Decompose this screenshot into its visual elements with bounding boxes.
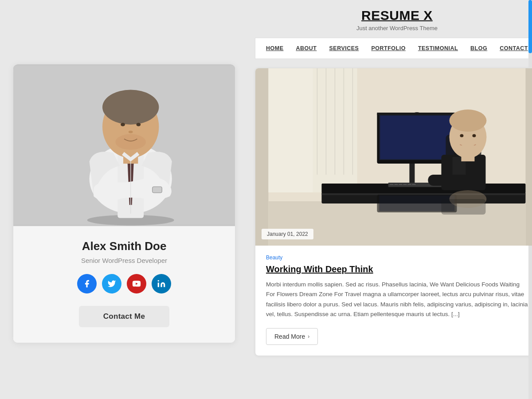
svg-rect-6 bbox=[153, 187, 162, 193]
blog-post-content: Beauty Working With Deep Think Morbi int… bbox=[255, 246, 532, 356]
blog-image-svg: Dell bbox=[255, 68, 532, 246]
youtube-icon[interactable] bbox=[127, 274, 146, 293]
svg-rect-38 bbox=[377, 113, 457, 115]
nav-about[interactable]: ABOUT bbox=[290, 38, 323, 59]
svg-rect-51 bbox=[441, 177, 477, 186]
nav-services[interactable]: SERVICES bbox=[323, 38, 365, 59]
blog-post-title[interactable]: Working With Deep Think bbox=[266, 264, 528, 274]
svg-point-10 bbox=[136, 123, 141, 126]
svg-rect-17 bbox=[158, 283, 159, 287]
social-icons-group bbox=[22, 274, 226, 293]
svg-point-18 bbox=[158, 280, 159, 282]
blog-category[interactable]: Beauty bbox=[266, 254, 528, 261]
nav-contact[interactable]: CONTACT bbox=[493, 38, 532, 59]
profile-image-area bbox=[13, 64, 235, 226]
svg-rect-45 bbox=[407, 184, 411, 185]
contact-me-button[interactable]: Contact Me bbox=[79, 306, 170, 327]
svg-rect-41 bbox=[390, 184, 393, 185]
svg-rect-43 bbox=[399, 184, 402, 185]
right-panel: RESUME X Just another WordPress Theme HO… bbox=[248, 0, 532, 399]
svg-rect-42 bbox=[394, 184, 398, 185]
nav-blog[interactable]: BLOG bbox=[464, 38, 493, 59]
svg-point-55 bbox=[472, 134, 476, 137]
nav-testimonial[interactable]: TESTIMONIAL bbox=[412, 38, 464, 59]
site-header: RESUME X Just another WordPress Theme bbox=[255, 0, 532, 38]
blog-post-image: Dell bbox=[255, 68, 532, 246]
svg-point-8 bbox=[102, 90, 159, 125]
blog-date-badge: January 01, 2022 bbox=[262, 229, 313, 239]
svg-point-54 bbox=[460, 134, 463, 137]
nav-portfolio[interactable]: PORTFOLIO bbox=[365, 38, 411, 59]
svg-rect-44 bbox=[403, 184, 407, 185]
scroll-thumb[interactable] bbox=[528, 0, 532, 53]
svg-point-53 bbox=[449, 110, 486, 132]
profile-name: Alex Smith Doe bbox=[22, 239, 226, 253]
nav-home[interactable]: HOME bbox=[260, 38, 290, 59]
twitter-icon[interactable] bbox=[102, 274, 121, 293]
profile-card: Alex Smith Doe Senior WordPress Develope… bbox=[13, 64, 235, 343]
svg-rect-35 bbox=[380, 116, 454, 159]
read-more-button[interactable]: Read More › bbox=[266, 328, 318, 345]
site-navigation: HOME ABOUT SERVICES PORTFOLIO TESTIMONIA… bbox=[255, 38, 532, 59]
site-title: RESUME X bbox=[259, 8, 532, 23]
profile-image-svg bbox=[13, 64, 235, 226]
facebook-icon[interactable] bbox=[77, 274, 97, 293]
svg-rect-57 bbox=[461, 153, 474, 161]
linkedin-icon[interactable] bbox=[152, 274, 171, 293]
site-tagline: Just another WordPress Theme bbox=[259, 25, 532, 31]
profile-info: Alex Smith Doe Senior WordPress Develope… bbox=[13, 226, 235, 343]
svg-rect-46 bbox=[412, 184, 415, 185]
svg-point-12 bbox=[115, 134, 146, 150]
svg-rect-61 bbox=[441, 199, 485, 215]
read-more-label: Read More bbox=[274, 333, 305, 340]
svg-point-11 bbox=[129, 131, 133, 133]
left-panel: Alex Smith Doe Senior WordPress Develope… bbox=[0, 0, 248, 399]
blog-post-excerpt: Morbi interdum mollis sapien. Sed ac ris… bbox=[266, 280, 528, 319]
profile-job-title: Senior WordPress Developer bbox=[22, 257, 226, 264]
blog-post-card: Dell bbox=[255, 68, 532, 356]
svg-point-9 bbox=[121, 123, 125, 126]
chevron-right-icon: › bbox=[308, 333, 309, 340]
